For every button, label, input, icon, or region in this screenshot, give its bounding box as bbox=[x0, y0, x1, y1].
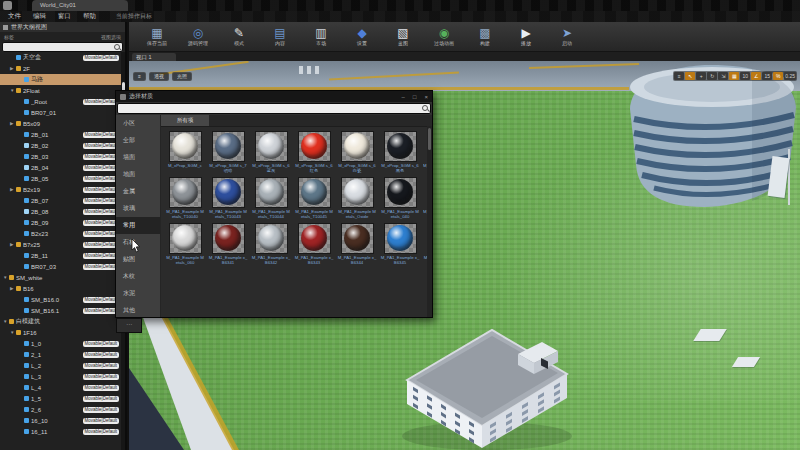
outliner-row[interactable]: 天空盒 Movable|Default bbox=[0, 52, 121, 63]
material-category[interactable]: 常用 bbox=[116, 217, 160, 234]
outliner-row[interactable]: 2_6 Movable|Default bbox=[0, 404, 121, 415]
window-control-button[interactable]: × bbox=[424, 92, 428, 102]
viewport-snap-button[interactable]: 0.25 bbox=[784, 72, 796, 80]
material-item[interactable]: M_xProp_SGM s_6黑色 bbox=[380, 131, 420, 174]
outliner-row[interactable]: ▼ 1F16 bbox=[0, 327, 121, 338]
material-category[interactable]: 其他 bbox=[116, 302, 160, 319]
outliner-row[interactable]: 2B_11 Movable|Default bbox=[0, 250, 121, 261]
outliner-row[interactable]: 1_0 Movable|Default bbox=[0, 338, 121, 349]
toolbar-button[interactable]: ▥ 市场 bbox=[305, 27, 337, 46]
viewport-snap-button[interactable]: % bbox=[773, 72, 783, 80]
outliner-row[interactable]: ▶ 2F bbox=[0, 63, 121, 74]
viewport-snap-button[interactable]: ⇲ bbox=[718, 72, 728, 80]
viewport-snap-button[interactable]: + bbox=[696, 72, 706, 80]
outliner-row[interactable]: 2B_03 Movable|Default bbox=[0, 151, 121, 162]
menu-item[interactable]: 文件 bbox=[2, 12, 27, 21]
toolbar-button[interactable]: ▧ 蓝图 bbox=[387, 27, 419, 46]
toolbar-button[interactable]: ▤ 内容 bbox=[264, 27, 296, 46]
viewport-tab[interactable]: 视口 1 bbox=[132, 53, 176, 61]
material-item[interactable]: M_xProp_SGM s_6蓝灰 bbox=[251, 131, 291, 174]
outliner-row[interactable]: 2B_01 Movable|Default bbox=[0, 129, 121, 140]
outliner-row[interactable]: 2_1 Movable|Default bbox=[0, 349, 121, 360]
window-control-button[interactable]: – bbox=[402, 92, 405, 102]
material-category[interactable]: 墙面 bbox=[116, 149, 160, 166]
material-category[interactable]: 金属 bbox=[116, 183, 160, 200]
material-item[interactable]: M_PA1_Example x_B6342 bbox=[251, 223, 291, 266]
outliner-row[interactable]: L_4 Movable|Default bbox=[0, 382, 121, 393]
material-item[interactable]: M_PA1_Example Metals_T10045 bbox=[294, 177, 334, 220]
menu-item[interactable]: 编辑 bbox=[27, 12, 52, 21]
material-category[interactable]: 小区 bbox=[116, 115, 160, 132]
outliner-row[interactable]: 16_10 Movable|Default bbox=[0, 415, 121, 426]
viewport-snap-button[interactable]: ≡ bbox=[674, 72, 684, 80]
material-scrollbar[interactable] bbox=[427, 126, 432, 317]
material-item[interactable]: M_PA1_Example Metals_060 bbox=[165, 223, 205, 266]
outliner-row[interactable]: 2B_04 Movable|Default bbox=[0, 162, 121, 173]
outliner-row[interactable]: 2B_07 Movable|Default bbox=[0, 195, 121, 206]
viewport-snap-button[interactable]: 10 bbox=[740, 72, 750, 80]
material-item[interactable]: M_xProp_SGM s_7明暗 bbox=[208, 131, 248, 174]
material-item[interactable]: M_PA1_Example Metals_Oxide bbox=[337, 177, 377, 220]
material-item[interactable]: M_PA1_Example x_B6341 bbox=[208, 223, 248, 266]
material-item[interactable]: M_PA1_Example Metals_T10040 bbox=[165, 177, 205, 220]
menu-item[interactable]: 帮助 bbox=[77, 12, 102, 21]
viewport-overlay-button[interactable]: ≡ bbox=[133, 72, 146, 81]
outliner-row[interactable]: SM_B16.0 Movable|Default bbox=[0, 294, 121, 305]
view-options-button[interactable]: 视图选项 bbox=[101, 34, 121, 40]
material-category[interactable]: 水泥 bbox=[116, 285, 160, 302]
outliner-row[interactable]: 1_5 Movable|Default bbox=[0, 393, 121, 404]
material-category[interactable]: 玻璃 bbox=[116, 200, 160, 217]
material-category[interactable]: 贴图 bbox=[116, 251, 160, 268]
outliner-row[interactable]: ▶ B16 bbox=[0, 283, 121, 294]
material-item[interactable]: M_PA1_Example Metals_T10043 bbox=[208, 177, 248, 220]
toolbar-button[interactable]: ◎ 源码管理 bbox=[182, 27, 214, 46]
outliner-row[interactable]: 16_11 Movable|Default bbox=[0, 426, 121, 437]
viewport-overlay-button[interactable]: 光照 bbox=[172, 72, 192, 81]
material-category[interactable]: 木纹 bbox=[116, 268, 160, 285]
material-item[interactable]: M_xProp_SGM s_6红色 bbox=[294, 131, 334, 174]
material-scroll-thumb[interactable] bbox=[428, 128, 431, 150]
viewport-snap-button[interactable]: ∠ bbox=[751, 72, 761, 80]
material-tab-all[interactable]: 所有项 bbox=[161, 115, 209, 126]
toolbar-button[interactable]: ➤ 启动 bbox=[551, 27, 583, 46]
outliner-row[interactable]: L_3 Movable|Default bbox=[0, 371, 121, 382]
white-building[interactable] bbox=[392, 316, 577, 450]
toolbar-button[interactable]: ▦ 保存当前 bbox=[141, 27, 173, 46]
outliner-row[interactable]: 2B_08 Movable|Default bbox=[0, 206, 121, 217]
outliner-row[interactable]: _Root Movable|Default bbox=[0, 96, 121, 107]
outliner-row[interactable]: ▶ B7x25 Movable|Default bbox=[0, 239, 121, 250]
panel-title-bar[interactable]: 选择材质 –□× bbox=[116, 91, 432, 102]
material-item[interactable]: M_PA1_Example x_B6343 bbox=[294, 223, 334, 266]
material-category[interactable]: 地面 bbox=[116, 166, 160, 183]
menu-item[interactable]: 窗口 bbox=[52, 12, 77, 21]
window-control-button[interactable]: □ bbox=[413, 92, 417, 102]
toolbar-button[interactable]: ◉ 过场动画 bbox=[428, 27, 460, 46]
material-item[interactable]: M_PA1_Example x_B6344 bbox=[337, 223, 377, 266]
material-category[interactable]: 全部 bbox=[116, 132, 160, 149]
outliner-row[interactable]: ▼ 2Float bbox=[0, 85, 121, 96]
toolbar-button[interactable]: ▩ 构建 bbox=[469, 27, 501, 46]
level-tab[interactable]: World_City01 bbox=[32, 0, 128, 11]
viewport-snap-button[interactable]: 15 bbox=[762, 72, 772, 80]
outliner-row[interactable]: BR07_03 Movable|Default bbox=[0, 261, 121, 272]
outliner-row[interactable]: 马路 bbox=[0, 74, 121, 85]
viewport-snap-button[interactable]: ▦ bbox=[729, 72, 739, 80]
outliner-row[interactable]: ▼ SM_white bbox=[0, 272, 121, 283]
outliner-row[interactable]: 2B_09 Movable|Default bbox=[0, 217, 121, 228]
outliner-row[interactable]: ▼ 白模建筑 bbox=[0, 316, 121, 327]
material-item[interactable]: M_PA1_Example Metals_T10044 bbox=[251, 177, 291, 220]
outliner-row[interactable]: BR07_01 bbox=[0, 107, 121, 118]
outliner-row[interactable]: SM_B16.1 Movable|Default bbox=[0, 305, 121, 316]
viewport-snap-button[interactable]: ↖ bbox=[685, 72, 695, 80]
material-item[interactable]: M_PA1_Example Metals_040 bbox=[380, 177, 420, 220]
toolbar-button[interactable]: ✎ 模式 bbox=[223, 27, 255, 46]
material-search-input[interactable] bbox=[118, 104, 430, 113]
toolbar-button[interactable]: ▶ 播放 bbox=[510, 27, 542, 46]
material-item[interactable]: M_xProp_SGM_c bbox=[165, 131, 205, 174]
material-item[interactable]: M_PA1_Example x_B6345 bbox=[380, 223, 420, 266]
outliner-row[interactable]: B2x23 Movable|Default bbox=[0, 228, 121, 239]
outliner-row[interactable]: 2B_05 Movable|Default bbox=[0, 173, 121, 184]
viewport-snap-button[interactable]: ↻ bbox=[707, 72, 717, 80]
material-item[interactable]: M_xProp_SGM s_6白瓷 bbox=[337, 131, 377, 174]
outliner-row[interactable]: ▶ B5x09 bbox=[0, 118, 121, 129]
